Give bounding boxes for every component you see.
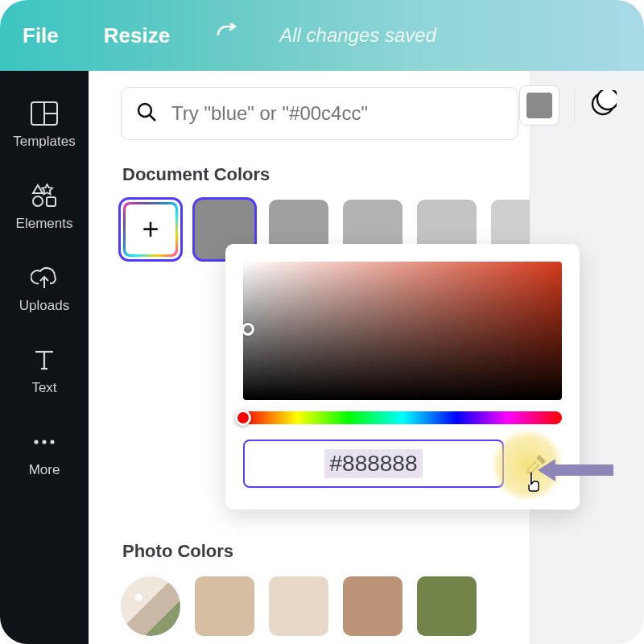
color-picker-popover: #888888 [225,244,580,510]
toolbar-color-chips [519,85,617,126]
sidebar-item-label: Uploads [0,298,89,314]
svg-point-9 [42,440,46,444]
hex-input[interactable]: #888888 [243,440,504,488]
sidebar-item-label: Templates [0,134,89,150]
hue-slider[interactable] [243,411,562,424]
top-menu-bar: File Resize All changes saved [0,0,644,71]
save-status: All changes saved [279,24,436,47]
uploads-icon [0,262,89,293]
sidebar-item-uploads[interactable]: Uploads [0,248,89,330]
sidebar-item-label: More [0,462,89,478]
hue-thumb[interactable] [235,410,251,426]
svg-point-8 [34,440,38,444]
sv-thumb[interactable] [243,323,254,336]
current-fill-color[interactable] [519,85,559,126]
svg-point-3 [33,196,43,206]
sidebar-item-more[interactable]: More [0,412,89,494]
left-nav: Templates Elements Uploads [0,71,89,644]
search-icon [136,101,157,126]
photo-thumbnail[interactable] [121,576,180,636]
annotation-arrow [538,459,613,481]
sidebar-item-templates[interactable]: Templates [0,84,89,166]
add-color-button[interactable]: + [121,200,180,259]
color-swatch[interactable] [195,576,254,636]
elements-icon [0,180,89,211]
color-panel: Document Colors + #888888 [89,71,530,644]
text-icon [0,345,89,375]
color-search-input[interactable] [171,102,503,125]
menu-file[interactable]: File [23,23,59,48]
svg-line-12 [150,115,155,121]
hex-value: #888888 [324,449,422,478]
section-photo-colors: Photo Colors [122,541,518,562]
color-swatch[interactable] [269,576,328,636]
templates-icon [0,98,89,129]
color-swatch[interactable] [343,576,402,636]
redo-icon[interactable] [215,23,242,47]
svg-point-11 [138,104,151,117]
svg-point-14 [597,90,617,109]
color-swatch[interactable] [417,576,477,636]
photo-color-row [121,576,518,636]
sidebar-item-label: Text [0,380,89,396]
svg-point-10 [50,440,54,444]
sidebar-item-label: Elements [0,216,89,232]
section-document-colors: Document Colors [122,164,518,185]
plus-icon: + [126,204,175,254]
more-icon [0,427,89,457]
saturation-value-area[interactable] [243,262,562,400]
sidebar-item-elements[interactable]: Elements [0,166,89,248]
svg-rect-4 [47,197,56,206]
sidebar-item-text[interactable]: Text [0,330,89,412]
menu-resize[interactable]: Resize [104,23,170,48]
circle-tool-icon[interactable] [589,90,617,121]
color-search[interactable] [121,87,518,140]
toolbar-divider [574,88,575,123]
